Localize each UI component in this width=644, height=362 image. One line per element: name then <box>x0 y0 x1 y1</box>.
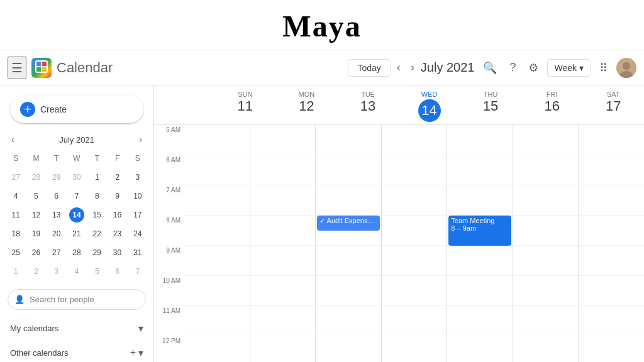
hour-line <box>447 336 513 362</box>
mini-day-cell[interactable]: 1 <box>6 263 25 280</box>
mini-weekday: T <box>87 150 106 167</box>
month-label: July 2021 <box>421 60 475 75</box>
mini-day-cell[interactable]: 6 <box>108 263 126 280</box>
mini-day-cell[interactable]: 30 <box>108 244 126 261</box>
mini-day-cell[interactable]: 4 <box>67 263 86 280</box>
mini-day-cell[interactable]: 24 <box>128 225 147 243</box>
search-button[interactable]: 🔍 <box>479 57 501 79</box>
my-calendars-header[interactable]: My calendars ▾ <box>0 317 153 337</box>
mini-day-cell[interactable]: 16 <box>108 206 126 224</box>
hour-line <box>316 246 381 276</box>
mini-day-cell[interactable]: 28 <box>26 168 45 186</box>
chevron-down-icon-other: ▾ <box>138 347 143 359</box>
hour-line <box>382 276 447 306</box>
chevron-down-icon: ▾ <box>579 63 584 73</box>
nav-left: ☰ Calendar <box>8 57 343 79</box>
grid-day-col-14: ↓ Pick Up Grocery G... <box>381 125 447 362</box>
mini-day-cell[interactable]: 8 <box>87 187 106 205</box>
mini-day-cell[interactable]: 6 <box>47 187 66 205</box>
mini-day-cell[interactable]: 27 <box>6 168 25 186</box>
mini-day-cell[interactable]: 18 <box>6 225 25 243</box>
time-slot: 11 AM <box>154 306 184 336</box>
day-label: FRI <box>547 90 558 98</box>
mini-day-cell[interactable]: 5 <box>26 187 45 205</box>
day-number: 15 <box>462 98 519 114</box>
mini-day-cell[interactable]: 31 <box>128 244 147 261</box>
mini-day-cell[interactable]: 28 <box>67 244 86 261</box>
mini-day-cell[interactable]: 27 <box>47 244 66 261</box>
day-header-12: MON12 <box>276 85 338 124</box>
event-team-meeting[interactable]: Team Meeting8 – 9am <box>448 216 511 246</box>
day-label: SUN <box>238 90 252 98</box>
mini-day-cell[interactable]: 29 <box>87 244 106 261</box>
time-slot: 12 PM <box>154 336 184 362</box>
mini-day-cell[interactable]: 1 <box>87 168 106 186</box>
mini-weekday: S <box>6 150 25 167</box>
hour-line <box>513 336 579 362</box>
day-number: 13 <box>340 98 396 114</box>
grid-day-col-17 <box>578 125 644 362</box>
mini-day-cell[interactable]: 14 <box>67 206 86 224</box>
avatar[interactable] <box>616 58 636 78</box>
event-audit[interactable]: ✓ Audit Expense Re... <box>317 216 380 231</box>
mini-day-cell[interactable]: 9 <box>108 187 126 205</box>
hour-line <box>184 125 250 155</box>
other-calendars-header[interactable]: Other calendars + ▾ <box>0 342 153 361</box>
mini-day-cell[interactable]: 3 <box>128 168 147 186</box>
time-slot: 8 AM <box>154 216 184 246</box>
settings-button[interactable]: ⚙ <box>525 57 542 79</box>
mini-next-button[interactable]: › <box>138 133 143 146</box>
mini-day-cell[interactable]: 15 <box>87 206 106 224</box>
mini-day-cell[interactable]: 11 <box>6 206 25 224</box>
mini-day-cell[interactable]: 2 <box>108 168 126 186</box>
mini-day-cell[interactable]: 17 <box>128 206 147 224</box>
mini-cal-grid: SMTWTFS 27282930123456789101112131415161… <box>5 148 148 282</box>
mini-day-cell[interactable]: 10 <box>128 187 147 205</box>
mini-day-cell[interactable]: 23 <box>108 225 126 243</box>
hour-line <box>579 125 644 155</box>
mini-day-cell[interactable]: 26 <box>26 244 45 261</box>
mini-day-cell[interactable]: 7 <box>67 187 86 205</box>
mini-day-cell[interactable]: 22 <box>87 225 106 243</box>
mini-week-row: 45678910 <box>6 187 147 205</box>
mini-day-cell[interactable]: 7 <box>128 263 147 280</box>
next-button[interactable]: › <box>407 58 418 77</box>
mini-day-cell[interactable]: 19 <box>26 225 45 243</box>
mini-day-cell[interactable]: 20 <box>47 225 66 243</box>
hour-line <box>382 306 447 336</box>
prev-button[interactable]: ‹ <box>393 58 404 77</box>
add-calendar-icon[interactable]: + <box>130 347 136 359</box>
hour-line <box>184 216 250 246</box>
create-button[interactable]: + Create <box>10 96 143 123</box>
day-headers: SUN11MON12TUE13WED14THU15FRI16SAT17 <box>154 85 644 125</box>
mini-day-cell[interactable]: 4 <box>6 187 25 205</box>
help-button[interactable]: ? <box>506 57 519 78</box>
hour-line <box>382 185 447 216</box>
day-label: MON <box>299 90 315 98</box>
today-button[interactable]: Today <box>348 59 390 77</box>
svg-rect-4 <box>42 67 47 72</box>
mini-day-cell[interactable]: 29 <box>47 168 66 186</box>
app-name: Calendar <box>57 60 113 76</box>
hamburger-button[interactable]: ☰ <box>8 57 26 79</box>
time-grid: 5 AM6 AM7 AM8 AM9 AM10 AM11 AM12 PM1 PM2… <box>154 125 644 362</box>
search-people[interactable]: 👤 Search for people <box>8 289 146 310</box>
mini-day-cell[interactable]: 12 <box>26 206 45 224</box>
mini-day-cell[interactable]: 5 <box>87 263 106 280</box>
mini-day-cell[interactable]: 30 <box>67 168 86 186</box>
mini-day-cell[interactable]: 3 <box>47 263 66 280</box>
time-slot: 9 AM <box>154 246 184 276</box>
mini-weekday: F <box>108 150 126 167</box>
mini-week-row: 11121314151617 <box>6 206 147 224</box>
hour-line <box>447 155 513 185</box>
mini-day-cell[interactable]: 2 <box>26 263 45 280</box>
mini-day-cell[interactable]: 25 <box>6 244 25 261</box>
mini-day-cell[interactable]: 13 <box>47 206 66 224</box>
hour-line <box>579 216 644 246</box>
mini-prev-button[interactable]: ‹ <box>10 133 16 146</box>
view-select-button[interactable]: Week ▾ <box>547 59 591 77</box>
hour-line <box>316 336 381 362</box>
mini-week-row: 1234567 <box>6 263 147 280</box>
apps-button[interactable]: ⠿ <box>596 57 611 79</box>
mini-day-cell[interactable]: 21 <box>67 225 86 243</box>
